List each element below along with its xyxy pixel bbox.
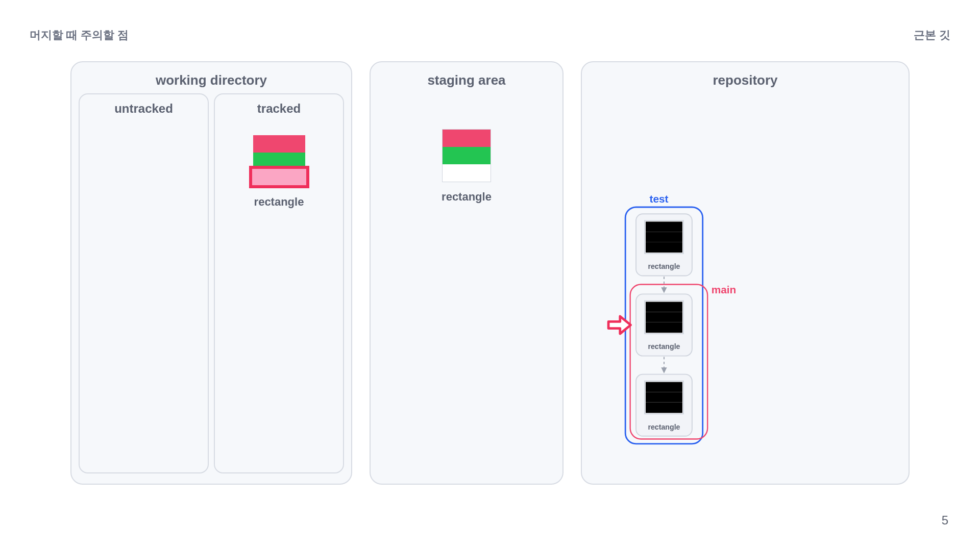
stripe-red — [253, 135, 305, 153]
branch-main-label: main — [712, 284, 737, 295]
untracked-title: untracked — [85, 99, 203, 116]
repository-diagram: test main rectangle — [582, 62, 909, 448]
svg-rect-13 — [646, 392, 682, 403]
repository-panel: repository test main — [581, 61, 910, 485]
commit-file-label: rectangle — [648, 262, 680, 270]
slide: 머지할 때 주의할 점 근본 깃 5 working directory unt… — [0, 0, 980, 551]
stripe-white — [443, 164, 491, 182]
svg-rect-7 — [646, 302, 682, 312]
tracked-file-label: rectangle — [254, 195, 304, 209]
svg-rect-4 — [646, 242, 682, 253]
tracked-box: tracked rectangle — [214, 93, 344, 473]
staged-file-label: rectangle — [442, 190, 492, 204]
page-number: 5 — [942, 513, 948, 528]
staging-area-panel: staging area rectangle — [370, 61, 564, 485]
slide-title-left: 머지할 때 주의할 점 — [30, 28, 129, 43]
branch-test-label: test — [650, 193, 669, 205]
slide-title-right: 근본 깃 — [914, 28, 950, 43]
staged-file-icon — [442, 129, 491, 182]
tracked-file-icon — [253, 135, 305, 187]
svg-rect-3 — [646, 232, 682, 242]
commit-file-label: rectangle — [648, 342, 680, 350]
commit-card: rectangle — [636, 214, 692, 276]
working-directory-body: untracked tracked rectangle — [79, 93, 344, 473]
change-highlight-icon — [249, 166, 309, 188]
svg-rect-8 — [646, 312, 682, 322]
arrowhead-icon — [661, 367, 667, 373]
arrowhead-icon — [661, 287, 667, 293]
panels-row: working directory untracked tracked rect… — [70, 61, 910, 485]
working-directory-title: working directory — [79, 69, 344, 93]
svg-rect-2 — [646, 221, 682, 232]
head-pointer-icon — [608, 316, 631, 334]
staging-area-content: rectangle — [378, 129, 555, 204]
commit-file-label: rectangle — [648, 423, 680, 431]
working-directory-panel: working directory untracked tracked rect… — [70, 61, 352, 485]
stripe-red — [443, 130, 491, 147]
svg-rect-12 — [646, 382, 682, 392]
commit-card: rectangle — [636, 294, 692, 356]
staging-area-title: staging area — [378, 69, 555, 93]
svg-rect-9 — [646, 322, 682, 333]
tracked-title: tracked — [220, 99, 338, 116]
svg-rect-14 — [646, 402, 682, 413]
tracked-content: rectangle — [220, 135, 338, 209]
stripe-green — [443, 147, 491, 164]
commit-card: rectangle — [636, 374, 692, 436]
untracked-box: untracked — [79, 93, 209, 473]
